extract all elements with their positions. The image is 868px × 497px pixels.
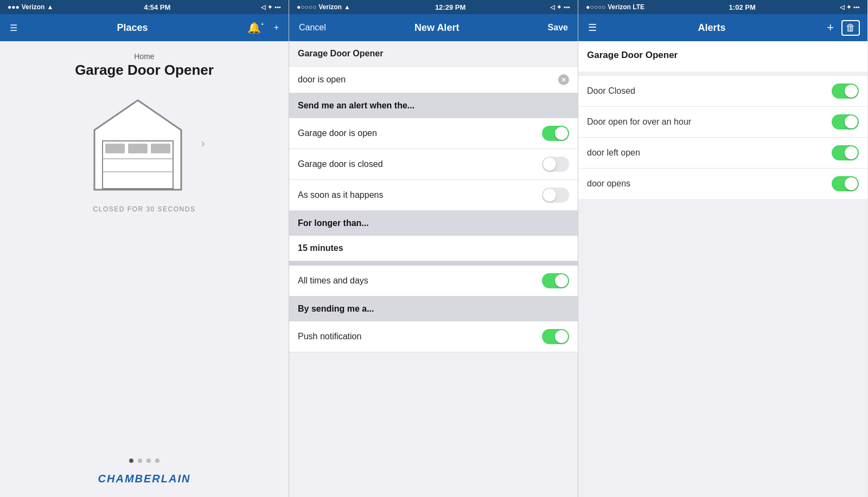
menu-button-3[interactable]: ☰ [586,20,599,36]
status-right-1: ◁ ✦ ▪▪▪ [261,4,281,11]
toggle-track-all-times[interactable] [542,273,569,288]
minutes-value: 15 minutes [298,243,343,253]
toggle-alert-2[interactable] [832,145,859,160]
alert-item-2[interactable]: door left open [578,138,867,169]
toggle-row-door-closed[interactable]: Garage door is closed [289,149,578,180]
toggle-alert-0[interactable] [832,83,859,99]
toggle-track-door-closed[interactable] [542,157,569,172]
nav-bar-2: Cancel New Alert Save [289,14,578,41]
toggle-alert-1[interactable] [832,114,859,130]
toggle-row-door-open[interactable]: Garage door is open [289,118,578,149]
battery-icon-1: ▪▪▪ [275,4,281,10]
delete-button-3[interactable]: 🗑 [841,20,860,36]
phone1-device-title: Garage Door Opener [75,62,214,79]
section-longer-than: For longer than... [289,211,578,236]
closed-label: CLOSED FOR 30 SECONDS [93,205,196,213]
phone-3: ●○○○○ Verizon LTE 1:02 PM ◁ ✦ ▪▪▪ ☰ Aler… [578,0,867,497]
toggle-track-push[interactable] [542,329,569,344]
toggle-thumb-all-times [555,274,568,287]
time-2: 12:29 PM [435,3,465,11]
section-sending: By sending me a... [289,296,578,321]
save-button[interactable]: Save [546,21,570,35]
bluetooth-icon-1: ✦ [267,4,272,11]
garage-image [84,89,192,198]
status-left-2: ●○○○○ Verizon ▲ [297,3,350,11]
nav-right-3[interactable]: + 🗑 [825,18,860,37]
toggle-row-all-times[interactable]: All times and days [289,266,578,296]
device-name-2: Garage Door Opener [298,49,383,59]
alert-name-input[interactable] [298,75,558,85]
push-notif-label: Push notification [298,332,361,341]
toggle-thumb-alert-1 [845,115,858,128]
bluetooth-icon-2: ✦ [557,4,561,11]
alerts-list: Door Closed Door open for over an hour d… [578,76,867,199]
dot-2 [138,459,142,463]
clear-input-button[interactable]: × [558,74,569,85]
toggle-push[interactable] [542,329,569,344]
door-open-label: Garage door is open [298,128,377,138]
time-1: 4:54 PM [144,3,170,11]
phone2-content: Garage Door Opener × Send me an alert wh… [289,41,578,497]
alert-label-2: door left open [587,148,640,158]
nav-right-2[interactable]: Save [546,21,570,35]
bluetooth-icon-3: ✦ [846,4,851,11]
status-left-3: ●○○○○ Verizon LTE [586,3,644,11]
minutes-row[interactable]: 15 minutes [289,236,578,261]
toggle-row-push[interactable]: Push notification [289,321,578,352]
toggle-row-as-soon[interactable]: As soon as it happens [289,180,578,211]
toggle-track-door-open[interactable] [542,126,569,141]
all-times-label: All times and days [298,276,368,286]
phone1-subtitle: Home [134,52,154,61]
garage-svg [84,89,192,198]
alert-item-0[interactable]: Door Closed [578,76,867,107]
phone3-content: Garage Door Opener Door Closed Door open… [578,41,867,497]
toggle-all-times[interactable] [542,273,569,288]
nav-title-2: New Alert [414,22,459,34]
phone-2: ●○○○○ Verizon ▲ 12:29 PM ◁ ✦ ▪▪▪ Cancel … [289,0,578,497]
chevron-right-icon[interactable]: › [201,137,205,151]
nav-left-1[interactable]: ☰ [8,21,20,35]
alert-label-0: Door Closed [587,86,635,96]
location-icon-3: ◁ [840,4,844,11]
toggle-door-closed[interactable] [542,157,569,172]
toggle-alert-3[interactable] [832,176,859,191]
add-button-3[interactable]: + [825,18,836,37]
dot-3 [146,459,151,463]
wifi-icon-1: ▲ [47,3,53,11]
menu-button-1[interactable]: ☰ [8,21,20,35]
status-right-3: ◁ ✦ ▪▪▪ [840,4,860,11]
signal-dots-3: ●○○○○ [586,3,605,11]
nav-left-3[interactable]: ☰ [586,20,599,36]
toggle-track-alert-1[interactable] [832,114,859,130]
toggle-track-alert-0[interactable] [832,83,859,99]
toggle-thumb-push [555,330,568,343]
toggle-track-alert-3[interactable] [832,176,859,191]
time-3: 1:02 PM [729,3,756,11]
status-right-2: ◁ ✦ ▪▪▪ [550,4,570,11]
nav-left-2[interactable]: Cancel [297,21,328,35]
alert-label-1: Door open for over an hour [587,117,691,127]
carrier-2: Verizon [318,3,342,11]
toggle-as-soon[interactable] [542,188,569,203]
nav-bar-1: ☰ Places 🔔+ + [0,14,289,41]
nav-right-1[interactable]: 🔔+ + [245,19,281,36]
svg-rect-4 [151,144,170,153]
toggle-track-as-soon[interactable] [542,188,569,203]
add-button-1[interactable]: + [272,21,281,35]
door-closed-label: Garage door is closed [298,159,383,169]
page-dots [129,459,159,463]
section-send-alert-label: Send me an alert when the... [298,101,414,111]
dot-1 [129,459,133,463]
section-sending-label: By sending me a... [298,304,374,314]
toggle-door-open[interactable] [542,126,569,141]
toggle-track-alert-2[interactable] [832,145,859,160]
carrier-3: Verizon LTE [608,3,644,11]
section-divider [289,261,578,266]
alert-name-row[interactable]: × [289,67,578,93]
cancel-button[interactable]: Cancel [297,21,328,35]
nav-bar-3: ☰ Alerts + 🗑 [578,14,867,41]
dot-4 [155,459,159,463]
alert-item-1[interactable]: Door open for over an hour [578,107,867,138]
bell-button-1[interactable]: 🔔+ [245,19,266,36]
alert-item-3[interactable]: door opens [578,169,867,199]
